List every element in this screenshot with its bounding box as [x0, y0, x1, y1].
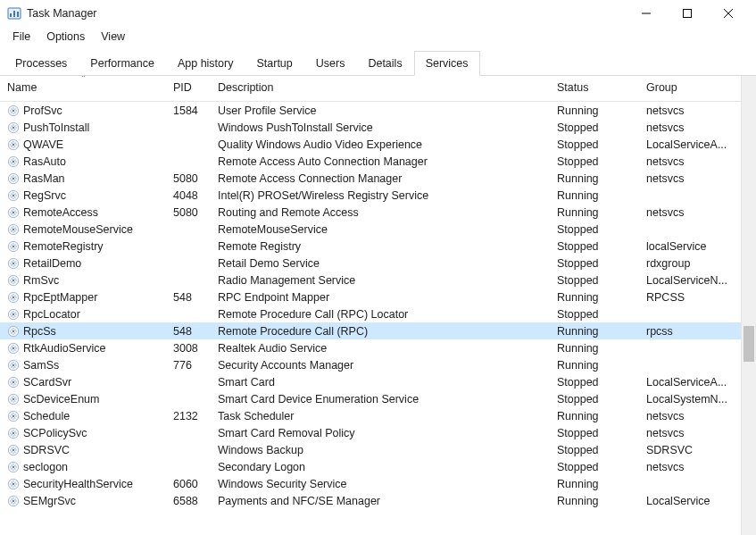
tab-startup[interactable]: Startup: [245, 51, 303, 76]
svg-point-15: [12, 160, 14, 162]
service-name-cell: RasAuto: [0, 153, 166, 170]
gear-icon: [7, 478, 20, 490]
gear-icon: [7, 121, 20, 134]
menu-view[interactable]: View: [94, 29, 132, 45]
service-row[interactable]: Schedule2132Task SchedulerRunningnetsvcs: [0, 407, 741, 424]
svg-point-37: [12, 347, 14, 348]
service-status-cell: Stopped: [550, 305, 639, 322]
service-row[interactable]: RmSvcRadio Management ServiceStoppedLoca…: [0, 272, 741, 288]
services-table: ⌃Name PID Description Status Group ProfS…: [0, 76, 741, 509]
service-row[interactable]: RasAutoRemote Access Auto Connection Man…: [0, 153, 741, 170]
tab-users[interactable]: Users: [304, 51, 357, 76]
service-description-cell: Smart Card Device Enumeration Service: [211, 390, 550, 407]
service-row[interactable]: RemoteAccess5080Routing and Remote Acces…: [0, 204, 741, 221]
service-row[interactable]: RemoteMouseServiceRemoteMouseServiceStop…: [0, 221, 741, 238]
service-status-cell: Stopped: [550, 373, 639, 390]
minimize-button[interactable]: [626, 0, 667, 27]
service-row[interactable]: QWAVEQuality Windows Audio Video Experie…: [0, 136, 741, 153]
maximize-button[interactable]: [667, 0, 708, 27]
service-group-cell: [639, 356, 741, 373]
gear-icon: [7, 461, 20, 473]
tab-services[interactable]: Services: [414, 51, 480, 76]
gear-icon: [7, 359, 20, 372]
svg-rect-1: [10, 13, 12, 17]
service-pid-cell: 776: [166, 356, 211, 373]
tab-app-history[interactable]: App history: [166, 51, 245, 76]
service-row[interactable]: SCPolicySvcSmart Card Removal PolicyStop…: [0, 424, 741, 441]
service-row[interactable]: RemoteRegistryRemote RegistryStoppedloca…: [0, 238, 741, 255]
service-row[interactable]: SDRSVCWindows BackupStoppedSDRSVC: [0, 441, 741, 458]
service-row[interactable]: RpcSs548Remote Procedure Call (RPC)Runni…: [0, 322, 741, 339]
service-row[interactable]: PushToInstallWindows PushToInstall Servi…: [0, 119, 741, 136]
menu-options[interactable]: Options: [39, 29, 92, 45]
gear-icon: [7, 325, 20, 338]
service-row[interactable]: RasMan5080Remote Access Connection Manag…: [0, 170, 741, 187]
service-status-cell: Running: [550, 356, 639, 373]
service-pid-cell: [166, 458, 211, 475]
title-bar: Task Manager: [0, 0, 756, 27]
service-row[interactable]: SCardSvrSmart CardStoppedLocalServiceA..…: [0, 373, 741, 390]
svg-point-17: [12, 177, 14, 179]
service-group-cell: netsvcs: [639, 407, 741, 424]
gear-icon: [7, 206, 20, 219]
window-controls: [626, 0, 749, 27]
menu-file[interactable]: File: [5, 29, 37, 45]
service-row[interactable]: RpcLocatorRemote Procedure Call (RPC) Lo…: [0, 305, 741, 322]
column-header-row: ⌃Name PID Description Status Group: [0, 76, 741, 102]
service-row[interactable]: ProfSvc1584User Profile ServiceRunningne…: [0, 102, 741, 120]
service-description-cell: Retail Demo Service: [211, 255, 550, 272]
service-row[interactable]: seclogonSecondary LogonStoppednetsvcs: [0, 458, 741, 475]
svg-point-23: [12, 228, 14, 230]
service-group-cell: RPCSS: [639, 288, 741, 305]
service-row[interactable]: SecurityHealthService6060Windows Securit…: [0, 475, 741, 492]
column-header-group[interactable]: Group: [639, 76, 741, 102]
service-group-cell: LocalServiceA...: [639, 136, 741, 153]
service-pid-cell: [166, 255, 211, 272]
service-name-label: SCPolicySvc: [23, 427, 87, 439]
service-name-cell: RemoteRegistry: [0, 238, 166, 255]
service-name-label: RemoteMouseService: [23, 223, 133, 236]
app-icon: [7, 6, 21, 21]
service-status-cell: Running: [550, 204, 639, 221]
service-group-cell: LocalService: [639, 492, 741, 509]
service-pid-cell: 5080: [166, 204, 211, 221]
scrollbar-thumb[interactable]: [744, 326, 754, 362]
service-row[interactable]: SamSs776Security Accounts ManagerRunning: [0, 356, 741, 373]
vertical-scrollbar[interactable]: [741, 76, 756, 535]
service-name-label: SecurityHealthService: [23, 478, 133, 490]
service-description-cell: Quality Windows Audio Video Experience: [211, 136, 550, 153]
service-pid-cell: [166, 373, 211, 390]
service-description-cell: Payments and NFC/SE Manager: [211, 492, 550, 509]
service-row[interactable]: RtkAudioService3008Realtek Audio Service…: [0, 339, 741, 356]
service-group-cell: [639, 339, 741, 356]
tab-performance[interactable]: Performance: [79, 51, 166, 76]
service-row[interactable]: RetailDemoRetail Demo ServiceStoppedrdxg…: [0, 255, 741, 272]
service-description-cell: Remote Procedure Call (RPC) Locator: [211, 305, 550, 322]
service-row[interactable]: RegSrvc4048Intel(R) PROSet/Wireless Regi…: [0, 187, 741, 204]
service-pid-cell: [166, 238, 211, 255]
tab-processes[interactable]: Processes: [4, 51, 79, 76]
column-header-description[interactable]: Description: [211, 76, 550, 102]
svg-point-13: [12, 143, 14, 145]
gear-icon: [7, 223, 20, 236]
service-name-label: SCardSvr: [23, 376, 71, 389]
service-row[interactable]: ScDeviceEnumSmart Card Device Enumeratio…: [0, 390, 741, 407]
service-description-cell: Smart Card Removal Policy: [211, 424, 550, 441]
service-group-cell: [639, 305, 741, 322]
column-header-name[interactable]: ⌃Name: [0, 76, 166, 102]
gear-icon: [7, 427, 20, 439]
service-name-cell: ProfSvc: [0, 102, 166, 120]
service-status-cell: Stopped: [550, 424, 639, 441]
service-row[interactable]: SEMgrSvc6588Payments and NFC/SE ManagerR…: [0, 492, 741, 509]
service-name-cell: seclogon: [0, 458, 166, 475]
column-header-pid[interactable]: PID: [166, 76, 211, 102]
close-button[interactable]: [708, 0, 749, 27]
svg-point-19: [12, 194, 14, 196]
tab-details[interactable]: Details: [356, 51, 413, 76]
svg-point-33: [12, 313, 14, 314]
svg-point-55: [12, 499, 14, 501]
service-row[interactable]: RpcEptMapper548RPC Endpoint MapperRunnin…: [0, 288, 741, 305]
service-group-cell: [639, 221, 741, 238]
column-header-status[interactable]: Status: [550, 76, 639, 102]
svg-point-29: [12, 279, 14, 280]
